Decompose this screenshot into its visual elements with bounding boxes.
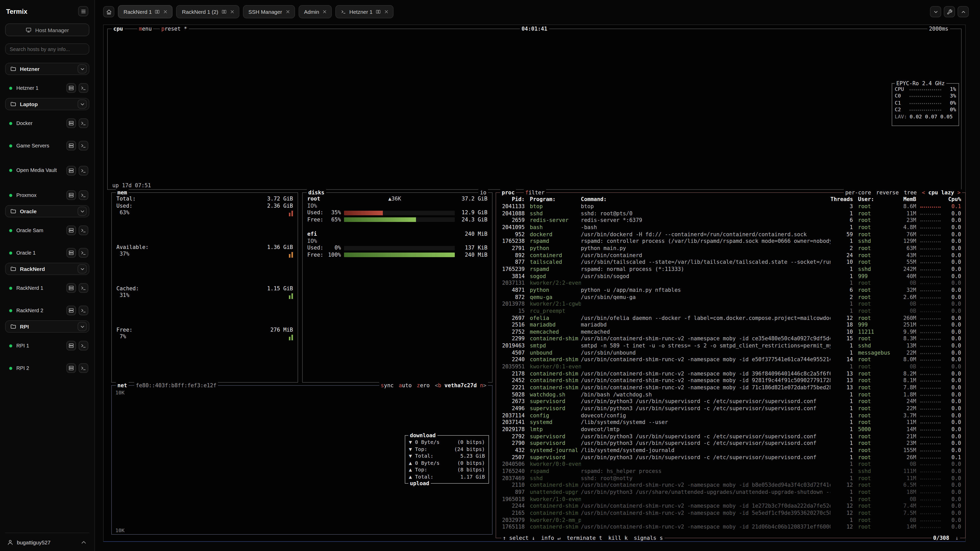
process-row[interactable]: 2037131kworker/2:2-even1root0B0.0	[499, 279, 962, 286]
group-collapse-button[interactable]	[78, 100, 87, 109]
host-server-button[interactable]	[66, 283, 76, 293]
proc-action-info[interactable]: info ↵	[541, 535, 561, 541]
process-row[interactable]: 2029178lmtpdovecot/lmtp1500014M0.0	[499, 426, 962, 433]
host-item-rpi-2[interactable]: RPI 2	[5, 361, 89, 375]
tab-ssh-manager[interactable]: SSH Manager	[243, 5, 295, 18]
group-collapse-button[interactable]	[78, 264, 87, 273]
tab-close-button[interactable]	[322, 9, 328, 14]
host-server-button[interactable]	[66, 306, 76, 315]
host-terminal-button[interactable]	[79, 225, 88, 235]
search-input[interactable]	[5, 43, 89, 55]
host-terminal-button[interactable]	[79, 118, 88, 128]
process-row[interactable]: 432systemd-journal/lib/systemd/systemd-j…	[499, 447, 962, 454]
home-button[interactable]	[103, 6, 115, 17]
proc-action-kill[interactable]: kill k	[608, 535, 628, 541]
process-row[interactable]: 2697ofelia/usr/bin/ofelia daemon --docke…	[499, 314, 962, 321]
host-item-racknerd-2[interactable]: RackNerd 2	[5, 303, 89, 318]
host-server-button[interactable]	[66, 341, 76, 351]
process-row[interactable]: 2791pythonpython main.py2root63M0.0	[499, 245, 962, 252]
process-row[interactable]: 2110containerd-shim/usr/bin/containerd-s…	[499, 482, 962, 489]
tab-hetzner-1[interactable]: Hetzner 1	[336, 5, 393, 18]
net-zero-button[interactable]: zero	[417, 382, 430, 389]
process-row[interactable]: 2673supervisord/usr/bin/python3 /usr/bin…	[499, 398, 962, 405]
process-row[interactable]: 2752memcachedmemcached10112119.9M0.0	[499, 329, 962, 335]
group-collapse-button[interactable]	[78, 206, 87, 216]
sidebar-group-rpi[interactable]: RPI	[5, 321, 89, 333]
process-row[interactable]: 4507unbound/usr/sbin/unbound1messagebus2…	[499, 349, 962, 356]
process-row[interactable]: 2037141systemd/lib/systemd/systemd --use…	[499, 419, 962, 426]
host-item-docker[interactable]: Docker	[5, 116, 89, 130]
host-server-button[interactable]	[66, 248, 76, 258]
preset-button[interactable]: preset *	[160, 25, 189, 32]
process-row[interactable]: 2032979kworker/0:2-mm_p1root0B0.0	[499, 516, 962, 524]
process-row[interactable]: 2037114configdovecot/config1root3.7M0.0	[499, 412, 962, 419]
group-collapse-button[interactable]	[78, 64, 87, 73]
process-row[interactable]: 877tailscaled/usr/sbin/tailscaled --stat…	[499, 259, 962, 266]
host-terminal-button[interactable]	[79, 83, 88, 93]
host-server-button[interactable]	[66, 190, 76, 200]
host-server-button[interactable]	[66, 141, 76, 151]
update-interval[interactable]: 2000ms	[928, 25, 950, 32]
host-terminal-button[interactable]	[79, 248, 88, 258]
tab-racknerd-1[interactable]: RackNerd 1	[118, 5, 173, 18]
tab-admin[interactable]: Admin	[298, 5, 332, 18]
process-row[interactable]: 2019463smtpdsmtpd -n 589 -t inet -u -o s…	[499, 342, 962, 349]
process-row[interactable]: 2041095bash-bash1root4.8M0.0	[499, 224, 962, 231]
process-row[interactable]: 892containerd/usr/bin/containerd24root43…	[499, 252, 962, 259]
terminal[interactable]: cpu menu preset * 04:01:41 2000ms up 17d…	[103, 24, 966, 542]
tab-close-button[interactable]	[163, 9, 168, 14]
process-row[interactable]: 2178containerd-shim/usr/bin/containerd-s…	[499, 370, 962, 377]
host-item-game-servers[interactable]: Game Servers	[5, 139, 89, 152]
tools-button[interactable]	[944, 6, 955, 17]
tab-close-button[interactable]	[285, 9, 290, 14]
host-server-button[interactable]	[66, 225, 76, 235]
process-row[interactable]: 2035951kworker/0:1-even1root0B0.0	[499, 363, 962, 370]
tab-split-button[interactable]	[221, 9, 226, 14]
process-row[interactable]: 2165containerd-shim/usr/bin/containerd-s…	[499, 510, 962, 516]
proc-tree-toggle[interactable]: tree	[904, 189, 917, 196]
host-terminal-button[interactable]	[79, 141, 88, 151]
host-server-button[interactable]	[66, 118, 76, 128]
process-row[interactable]: 1765240rspamdrspamd: hs_helper process1s…	[499, 468, 962, 475]
proc-reverse-toggle[interactable]: reverse	[876, 189, 899, 196]
proc-action-terminate[interactable]: terminate t	[566, 535, 602, 541]
process-row[interactable]: 2496supervisord/usr/bin/python3 /usr/bin…	[499, 405, 962, 412]
group-collapse-button[interactable]	[78, 322, 87, 331]
host-terminal-button[interactable]	[79, 283, 88, 293]
tab-close-button[interactable]	[384, 9, 389, 14]
host-terminal-button[interactable]	[79, 306, 88, 315]
host-item-oracle-sam[interactable]: Oracle Sam	[5, 224, 89, 237]
proc-action-signals[interactable]: signals s	[634, 535, 663, 541]
process-row[interactable]: 2041088sshdsshd: root@pts/01root11M0.0	[499, 210, 962, 217]
host-terminal-button[interactable]	[79, 190, 88, 200]
tab-racknerd-1-2[interactable]: RackNerd 1 (2)	[177, 5, 239, 18]
host-server-button[interactable]	[66, 363, 76, 373]
process-row[interactable]: 2040506kworker/0:0-even1root0B0.0	[499, 461, 962, 468]
host-item-proxmox[interactable]: Proxmox	[5, 188, 89, 202]
net-auto-button[interactable]: auto	[399, 382, 412, 389]
sidebar-group-laptop[interactable]: Laptop	[5, 98, 89, 110]
host-item-open-media-vault[interactable]: Open Media Vault	[5, 161, 89, 179]
host-server-button[interactable]	[66, 165, 76, 175]
net-sync-button[interactable]: sync	[381, 382, 394, 389]
process-row[interactable]: 897unattended-upgr/usr/bin/python3 /usr/…	[499, 489, 962, 495]
process-row[interactable]: 2037469sshdsshd: root@notty1root11M0.0	[499, 475, 962, 482]
process-row[interactable]: 1965018kworker/1:0-even1root0B0.0	[499, 495, 962, 503]
process-row[interactable]: 15rcu_preempt1root0B0.0	[499, 308, 962, 314]
host-terminal-button[interactable]	[79, 165, 88, 175]
chevron-up-button[interactable]	[958, 6, 969, 17]
filter-button[interactable]: filter	[524, 189, 546, 196]
process-row[interactable]: 2244containerd-shim/usr/bin/containerd-s…	[499, 503, 962, 510]
host-item-racknerd-1[interactable]: RackNerd 1	[5, 281, 89, 295]
proc-sort-selector[interactable]: < cpu lazy >	[922, 189, 961, 196]
process-row[interactable]: 872qemu-ga/usr/sbin/qemu-ga2root2.6M0.0	[499, 294, 962, 300]
proc-action-select[interactable]: ↑ select ↓	[503, 535, 535, 541]
process-table-header[interactable]: Pid:Program:Command:Threads:User:MemBCpu…	[499, 195, 962, 203]
host-item-oracle-1[interactable]: Oracle 1	[5, 246, 89, 260]
process-row[interactable]: 1765118containerd-shim/usr/bin/container…	[499, 524, 962, 530]
disks-io-toggle[interactable]: io	[479, 189, 488, 196]
sidebar-menu-button[interactable]	[78, 6, 88, 16]
sidebar-group-oracle[interactable]: Oracle	[5, 205, 89, 218]
chevron-up-icon[interactable]	[80, 538, 87, 546]
process-row[interactable]: 1765239rspamdrspamd: normal process (*:1…	[499, 266, 962, 273]
